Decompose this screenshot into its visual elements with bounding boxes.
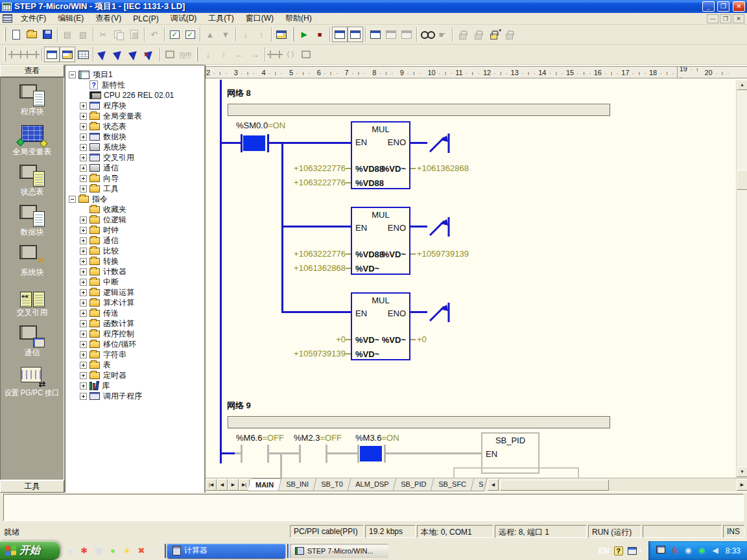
lock-password-button[interactable]: ▾ (486, 27, 501, 42)
tree-item-favorites[interactable]: 收藏夹 (65, 204, 204, 215)
volume-icon[interactable]: ◀ (711, 546, 720, 555)
compile-button[interactable] (167, 27, 182, 42)
tree-item-instructions[interactable]: 指令 (65, 194, 204, 204)
pen-prev-button[interactable] (126, 47, 142, 62)
menu-file[interactable]: 文件(F) (15, 12, 52, 25)
tree-item-program-control[interactable]: 程序控制 (65, 329, 204, 339)
expand-icon[interactable] (80, 216, 87, 224)
tree-item-communication[interactable]: 通信 (65, 163, 204, 173)
expand-icon[interactable] (80, 144, 87, 151)
contact-m36-label[interactable]: %M3.6=ON (355, 433, 399, 443)
quicklaunch-more-icon[interactable]: » (150, 546, 158, 555)
toolbar-grip[interactable] (196, 47, 198, 62)
copy-button[interactable] (111, 27, 126, 42)
vertical-scroll-thumb[interactable] (737, 170, 747, 190)
expand-icon[interactable] (80, 279, 87, 286)
cut-button[interactable]: ✂ (95, 27, 111, 42)
expand-icon[interactable] (80, 102, 87, 110)
pen-clear-button[interactable] (142, 47, 158, 62)
mul-block-2[interactable]: MUL EN ENO %VD88 %VD~ %VD~ (351, 207, 410, 275)
chart-pause-button[interactable] (383, 27, 399, 42)
delete-contact-button[interactable] (24, 47, 40, 62)
tree-item-cross-reference[interactable]: 交叉引用 (65, 152, 204, 163)
insert-coil-element-button[interactable] (283, 47, 298, 62)
sidebar-item-set-pgpc-interface[interactable]: ⇄ 设置 PG/PC 接口 (2, 363, 62, 403)
mul-block-3[interactable]: MUL EN ENO %VD~ %VD~ %VD~ (351, 292, 410, 360)
tab-sb-pid[interactable]: SB_PID (393, 478, 434, 491)
download-button[interactable]: ▼ (218, 27, 233, 42)
pen-bookmark-button[interactable] (95, 47, 111, 62)
tree-item-global-variable-table[interactable]: 全局变量表 (65, 111, 204, 121)
quicklaunch-app4-icon[interactable]: ● (108, 546, 118, 556)
menu-tools[interactable]: 工具(T) (202, 12, 239, 25)
network8-title[interactable]: 网络 8 (227, 88, 251, 99)
network9-title[interactable]: 网络 9 (227, 400, 251, 412)
contact-sm00-label[interactable]: %SM0.0=ON (236, 121, 285, 130)
expand-icon[interactable] (80, 310, 87, 317)
lock-open-button[interactable] (470, 27, 486, 42)
expand-icon[interactable] (80, 299, 87, 307)
tree-item-data-block[interactable]: 数据块 (65, 132, 204, 142)
tree-item-wizard[interactable]: 向导 (65, 173, 204, 183)
sort-descending-button[interactable]: ↓ (238, 27, 254, 42)
scroll-down-button[interactable]: ▼ (737, 467, 747, 477)
expand-icon[interactable] (80, 154, 87, 161)
toolbar-grip[interactable] (292, 27, 294, 41)
symbol-table-button[interactable]: sym (178, 47, 193, 62)
expand-icon[interactable] (80, 372, 87, 379)
expand-icon[interactable] (80, 165, 87, 172)
restore-button[interactable]: ❐ (717, 1, 729, 12)
lock-remove-button[interactable] (501, 27, 517, 42)
tree-item-string[interactable]: 字符串 (65, 349, 204, 360)
tree-item-project[interactable]: 项目1 (65, 69, 204, 80)
tree-item-shift-rotate[interactable]: 移位/循环 (65, 339, 204, 349)
line-right-button[interactable]: → (247, 47, 263, 62)
expand-icon[interactable] (80, 237, 87, 244)
tab-alm-dsp[interactable]: ALM_DSP (348, 478, 396, 491)
tree-item-libraries[interactable]: 库 (65, 380, 204, 391)
view-table-button[interactable] (75, 47, 91, 62)
close-button[interactable]: ✕ (733, 1, 745, 12)
menu-window[interactable]: 窗口(W) (240, 12, 279, 25)
tree-item-logical-operations[interactable]: 逻辑运算 (65, 287, 204, 298)
hscroll-left-button[interactable]: ◀ (488, 479, 499, 491)
expand-icon[interactable] (80, 362, 87, 369)
tree-item-function-math[interactable]: 函数计算 (65, 318, 204, 329)
insert-box-element-button[interactable] (298, 47, 314, 62)
sidebar-item-status-table[interactable]: 状态表 (19, 162, 46, 202)
mul-block-1[interactable]: MUL EN ENO %VD88 %VD88 %VD~ (351, 121, 410, 189)
mdi-close-button[interactable]: ✕ (733, 14, 744, 23)
sidebar-item-data-block[interactable]: 数据块 (19, 202, 46, 242)
new-file-button[interactable] (8, 27, 24, 42)
expand-icon[interactable] (80, 320, 87, 327)
tray-gray-icon[interactable]: ◉ (683, 546, 693, 555)
sidebar-item-communication[interactable]: 通信 (19, 323, 46, 363)
insert-contact-button[interactable] (8, 47, 24, 62)
output-window[interactable] (3, 494, 744, 521)
tray-pc-icon[interactable] (656, 546, 666, 555)
tree-item-timers[interactable]: 定时器 (65, 370, 204, 380)
next-tab-button[interactable]: ▶ (228, 479, 239, 491)
tree-item-math[interactable]: 算术计算 (65, 298, 204, 308)
expand-icon[interactable] (80, 289, 87, 296)
tab-partial[interactable]: S (471, 478, 487, 491)
hscroll-right-button[interactable]: ▶ (737, 479, 747, 491)
apply-box-button[interactable] (162, 47, 178, 62)
options-button[interactable] (274, 27, 289, 42)
compile-all-button[interactable] (182, 27, 198, 42)
quicklaunch-app2-icon[interactable]: ✱ (79, 546, 89, 556)
quicklaunch-app6-icon[interactable]: ✖ (136, 546, 147, 556)
menu-plc[interactable]: PLC(P) (127, 14, 164, 24)
expand-icon[interactable] (80, 113, 87, 120)
view-bar-header[interactable]: 查看 (0, 65, 64, 77)
view-status-toggle[interactable] (60, 47, 75, 62)
quicklaunch-ie-icon[interactable]: e (65, 546, 75, 556)
tree-item-bit-logic[interactable]: 位逻辑 (65, 215, 204, 225)
save-button[interactable] (40, 27, 55, 42)
quicklaunch-app3-icon[interactable]: ▦ (93, 546, 104, 556)
pointer-button[interactable]: ☛ (434, 27, 450, 42)
toolbar-grip[interactable] (4, 27, 6, 41)
network8-comment[interactable] (228, 104, 610, 116)
tree-item-cpu[interactable]: CPU 226 REL 02.01 (65, 90, 204, 100)
chart-status-button[interactable] (368, 27, 383, 42)
